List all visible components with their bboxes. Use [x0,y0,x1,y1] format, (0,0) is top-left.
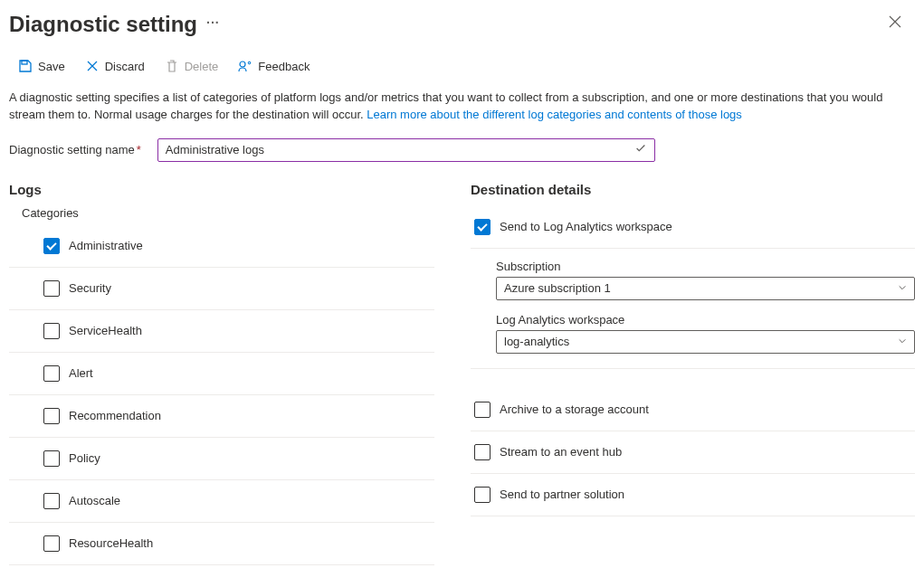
required-icon: * [137,143,141,156]
checkbox-partner[interactable] [474,487,491,503]
checkbox-recommendation[interactable] [43,408,60,424]
save-label: Save [38,60,65,73]
description-text: A diagnostic setting specifies a list of… [9,88,896,128]
workspace-select[interactable]: log-analytics [496,330,915,354]
feedback-label: Feedback [258,60,310,73]
category-label: Recommendation [69,409,161,422]
dest-storage[interactable]: Archive to a storage account [471,389,915,431]
category-label: Policy [69,451,100,465]
checkbox-log-analytics[interactable] [474,219,491,235]
category-label: Security [69,281,111,295]
svg-point-1 [240,62,245,67]
discard-button[interactable]: Discard [83,55,147,77]
category-alert[interactable]: Alert [9,353,434,395]
destinations-title: Destination details [471,182,915,197]
category-administrative[interactable]: Administrative [9,225,434,268]
save-button[interactable]: Save [16,55,67,77]
category-label: Administrative [69,239,143,252]
category-label: Autoscale [69,494,120,507]
checkbox-administrative[interactable] [43,238,60,254]
setting-name-value: Administrative logs [166,143,264,156]
dest-label: Send to Log Analytics workspace [500,220,672,233]
feedback-button[interactable]: Feedback [236,55,311,77]
checkbox-security[interactable] [43,280,60,297]
workspace-value: log-analytics [504,335,569,348]
checkbox-resourcehealth[interactable] [43,535,60,552]
checkbox-eventhub[interactable] [474,444,491,460]
dest-label: Archive to a storage account [500,402,649,416]
dest-label: Stream to an event hub [500,445,622,459]
setting-name-input[interactable]: Administrative logs [157,138,655,162]
category-label: Alert [69,366,93,380]
checkbox-alert[interactable] [43,365,60,382]
discard-label: Discard [105,60,145,73]
close-icon[interactable] [882,9,908,39]
subscription-label: Subscription [496,260,915,273]
category-label: ServiceHealth [69,324,142,337]
dest-partner[interactable]: Send to partner solution [471,474,915,516]
dest-label: Send to partner solution [500,488,624,501]
category-policy[interactable]: Policy [9,438,434,480]
workspace-label: Log Analytics workspace [496,313,915,327]
delete-icon [165,59,179,73]
delete-label: Delete [185,60,219,73]
checkbox-policy[interactable] [43,450,60,467]
setting-name-label: Diagnostic setting name* [9,143,141,156]
more-options-icon[interactable]: ··· [206,15,220,33]
discard-icon [85,59,100,73]
page-title: Diagnostic setting [9,12,197,37]
categories-label: Categories [22,206,434,220]
save-icon [18,59,33,73]
learn-more-link[interactable]: Learn more about the different log categ… [367,108,742,121]
category-label: ResourceHealth [69,536,153,550]
chevron-down-icon [898,335,907,348]
category-security[interactable]: Security [9,268,434,310]
subscription-select[interactable]: Azure subscription 1 [496,277,915,300]
logs-title: Logs [9,182,434,197]
category-recommendation[interactable]: Recommendation [9,395,434,438]
dest-log-analytics[interactable]: Send to Log Analytics workspace [471,206,915,249]
checkbox-storage[interactable] [474,402,491,418]
chevron-down-icon [898,281,907,295]
category-autoscale[interactable]: Autoscale [9,480,434,523]
svg-rect-0 [22,61,27,64]
subscription-value: Azure subscription 1 [504,281,611,295]
checkbox-autoscale[interactable] [43,493,60,509]
checkmark-icon [634,142,647,157]
checkbox-servicehealth[interactable] [43,323,60,339]
delete-button: Delete [163,55,221,77]
category-servicehealth[interactable]: ServiceHealth [9,310,434,353]
toolbar: Save Discard Delete Feedback [9,39,915,88]
dest-eventhub[interactable]: Stream to an event hub [471,431,915,474]
category-resourcehealth[interactable]: ResourceHealth [9,523,434,565]
feedback-icon [238,59,252,73]
